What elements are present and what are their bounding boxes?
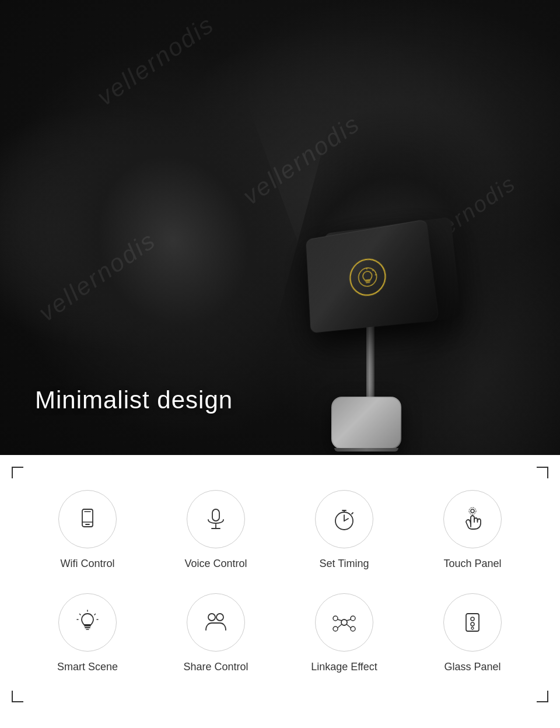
switch-stand <box>366 321 374 402</box>
features-section: Wifi Control Voice Control <box>0 455 560 714</box>
svg-line-18 <box>352 513 353 514</box>
set-timing-label: Set Timing <box>319 558 369 570</box>
svg-line-2 <box>366 282 370 283</box>
set-timing-icon-circle <box>315 490 373 548</box>
feature-set-timing: Set Timing <box>286 490 402 570</box>
svg-line-27 <box>80 614 81 615</box>
light-bulb-icon <box>356 265 379 289</box>
wifi-icon <box>73 505 102 534</box>
switch-base <box>331 397 401 449</box>
glass-icon <box>458 608 487 637</box>
svg-line-15 <box>344 519 348 521</box>
wifi-control-icon-circle <box>58 490 117 548</box>
hero-title: Minimalist design <box>35 386 233 414</box>
linkage-effect-label: Linkage Effect <box>311 661 377 673</box>
share-icon <box>201 608 230 637</box>
svg-line-1 <box>366 281 370 281</box>
feature-linkage-effect: Linkage Effect <box>286 593 402 673</box>
feature-touch-panel: Touch Panel <box>414 490 531 570</box>
svg-point-42 <box>471 617 474 621</box>
svg-line-4 <box>373 270 374 271</box>
smart-scene-icon-circle <box>58 593 117 652</box>
svg-rect-10 <box>212 509 219 521</box>
svg-line-40 <box>346 624 351 628</box>
touch-icon <box>458 505 487 534</box>
smart-scene-label: Smart Scene <box>57 661 118 673</box>
svg-point-30 <box>216 614 223 621</box>
wifi-control-label: Wifi Control <box>60 558 114 570</box>
glass-panel-icon-circle <box>443 593 502 652</box>
feature-voice-control: Voice Control <box>158 490 274 570</box>
mic-icon <box>201 505 230 534</box>
svg-point-19 <box>471 509 474 513</box>
svg-point-0 <box>358 267 377 287</box>
feature-wifi-control: Wifi Control <box>29 490 146 570</box>
svg-point-36 <box>351 626 355 631</box>
svg-line-38 <box>346 620 351 621</box>
light-icon-circle <box>348 256 387 298</box>
svg-point-34 <box>351 616 355 621</box>
voice-control-icon-circle <box>187 490 245 548</box>
linkage-icon <box>330 608 359 637</box>
svg-point-29 <box>208 614 215 621</box>
linkage-effect-icon-circle <box>315 593 373 652</box>
feature-smart-scene: Smart Scene <box>29 593 146 673</box>
features-grid: Wifi Control Voice Control <box>29 478 531 685</box>
switch-panel-front <box>306 219 439 333</box>
touch-panel-icon-circle <box>443 490 502 548</box>
hero-section: vellernodis vellernodis vellernodis vell… <box>0 0 560 455</box>
timer-icon <box>330 505 359 534</box>
svg-point-20 <box>469 508 476 514</box>
share-control-label: Share Control <box>183 661 248 673</box>
corner-bracket-bl <box>12 691 23 702</box>
svg-point-35 <box>333 626 338 631</box>
corner-bracket-tr <box>537 467 548 478</box>
feature-glass-panel: Glass Panel <box>414 593 531 673</box>
svg-point-44 <box>471 627 474 629</box>
feature-share-control: Share Control <box>158 593 274 673</box>
corner-bracket-tl <box>12 467 23 478</box>
svg-line-39 <box>338 624 342 628</box>
svg-line-37 <box>338 620 342 621</box>
corner-bracket-br <box>537 691 548 702</box>
glass-panel-label: Glass Panel <box>444 661 501 673</box>
svg-line-25 <box>94 614 96 615</box>
svg-point-33 <box>333 616 338 621</box>
share-control-icon-circle <box>187 593 245 652</box>
voice-control-label: Voice Control <box>184 558 247 570</box>
svg-point-43 <box>471 622 474 626</box>
touch-panel-label: Touch Panel <box>443 558 501 570</box>
bulb-icon <box>73 608 102 637</box>
